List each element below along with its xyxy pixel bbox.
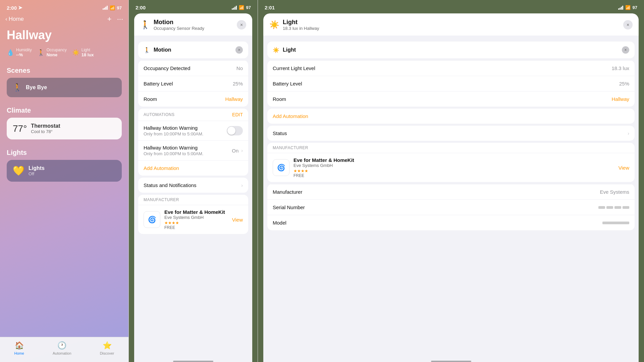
occupancy-detected-value: No xyxy=(236,65,243,71)
nav-discover[interactable]: ⭐ Discover xyxy=(100,341,114,355)
status-icons-home: 📶 97 xyxy=(103,5,122,10)
light-card-close[interactable]: × xyxy=(622,46,629,54)
automation-1: Hallway Motion Warning Only from 10:00PM… xyxy=(138,121,248,140)
signal-motion xyxy=(232,6,237,10)
humidity-value: --% xyxy=(16,52,32,57)
occupancy-detected-label: Occupancy Detected xyxy=(144,65,190,71)
toggle-thumb xyxy=(227,127,235,135)
back-button[interactable]: ‹ Home xyxy=(5,16,24,22)
automation-2: Hallway Motion Warning Only from 10:00PM… xyxy=(138,140,248,160)
light-room-label: Room xyxy=(273,96,286,102)
scroll-indicator-light xyxy=(431,361,471,362)
room-row: Room Hallway xyxy=(138,91,248,107)
motion-card-icon: 🚶 xyxy=(144,47,150,53)
light-status-card[interactable]: Status › xyxy=(267,126,635,141)
manufacturer-row: Manufacturer Eve Systems xyxy=(267,184,635,199)
wifi-icon-home: 📶 xyxy=(110,5,115,10)
manufacturer-free: FREE xyxy=(164,225,228,230)
thermostat-card[interactable]: 77° Thermostat Cool to 78° xyxy=(7,118,122,139)
model-label: Model xyxy=(273,220,286,226)
lights-card[interactable]: 💛 Lights Off xyxy=(7,160,122,182)
battery-home: 97 xyxy=(117,5,122,10)
climate-section-label: Climate xyxy=(0,104,128,118)
wifi-icon-light: 📶 xyxy=(625,5,631,10)
light-info-card: Current Light Level 18.3 lux Battery Lev… xyxy=(267,60,635,107)
model-row: Model xyxy=(267,215,635,230)
nav-discover-label: Discover xyxy=(100,351,114,355)
room-label: Room xyxy=(144,96,157,102)
panel-home: 2:00 ➤ 📶 97 ‹ Home + ··· Hallway 💧 xyxy=(0,0,128,362)
light-level-value: 18.3 lux xyxy=(611,65,629,71)
light-manufacturer-view-button[interactable]: View xyxy=(619,165,629,171)
light-manufacturer-name: Eve for Matter & HomeKit xyxy=(293,157,614,163)
automation-2-time: Only from 10:00PM to 5:00AM. xyxy=(144,151,232,156)
nav-icons: + ··· xyxy=(107,15,123,23)
automations-label: AUTOMATIONS xyxy=(144,112,174,117)
light-close-button[interactable]: × xyxy=(623,20,633,29)
motion-automations: AUTOMATIONS EDIT Hallway Motion Warning … xyxy=(138,109,248,176)
motion-sheet: 🚶 Motion Occupancy Sensor Ready × 🚶 Moti… xyxy=(134,13,252,362)
nav-automation-label: Automation xyxy=(53,351,71,355)
light-status-label: Status xyxy=(273,130,287,136)
battery-value: 25% xyxy=(233,81,243,86)
automation-1-toggle[interactable] xyxy=(227,126,243,135)
humidity-icon: 💧 xyxy=(7,49,14,56)
automation-2-name: Hallway Motion Warning xyxy=(144,145,232,150)
light-room-value: Hallway xyxy=(611,96,629,102)
motion-sheet-body: 🚶 Motion × Occupancy Detected No Battery… xyxy=(134,36,252,358)
chevron-left-icon: ‹ xyxy=(5,16,7,22)
motion-sheet-subtitle: Occupancy Sensor Ready xyxy=(154,26,204,31)
light-manufacturer-logo: 🌀 xyxy=(273,159,289,176)
home-icon: 🏠 xyxy=(15,341,24,350)
thermostat-temp: 77° xyxy=(13,123,27,134)
motion-close-button[interactable]: × xyxy=(237,20,246,29)
nav-home[interactable]: 🏠 Home xyxy=(14,341,24,355)
lights-section-label: Lights xyxy=(0,146,128,160)
scenes-section-label: Scenes xyxy=(0,64,128,78)
light-sheet-body: ☀️ Light × Current Light Level 18.3 lux … xyxy=(263,36,639,358)
sensor-humidity: 💧 Humidity --% xyxy=(7,48,32,57)
status-bar-light: 2:01 📶 97 xyxy=(258,0,644,13)
occupancy-value: None xyxy=(47,52,67,57)
sensor-occupancy: 🚶 Occupancy None xyxy=(37,48,67,57)
manufacturer-row-label: Manufacturer xyxy=(273,189,302,195)
nav-home-label: Home xyxy=(14,351,24,355)
motion-sheet-title: Motion xyxy=(154,19,204,26)
scene-bye-bye[interactable]: 🚶 Bye Bye xyxy=(7,78,122,97)
chevron-right-icon: › xyxy=(241,148,243,153)
motion-status-card[interactable]: Status and Notifications › xyxy=(138,178,248,193)
status-chevron: › xyxy=(241,183,243,188)
model-value xyxy=(602,222,629,224)
add-automation-link[interactable]: Add Automation xyxy=(138,160,248,176)
panel-motion: 2:00 📶 97 🚶 Motion Occupancy Sensor Read… xyxy=(129,0,258,362)
motion-header-icon: 🚶 xyxy=(140,20,150,29)
light-sheet-title: Light xyxy=(283,19,319,26)
status-bar-home: 2:00 ➤ 📶 97 xyxy=(0,0,128,13)
status-bar-motion: 2:00 📶 97 xyxy=(129,0,258,13)
light-add-automation-link[interactable]: Add Automation xyxy=(267,109,635,124)
motion-card-close[interactable]: × xyxy=(235,46,243,54)
light-extra-info: Manufacturer Eve Systems Serial Number M… xyxy=(267,184,635,230)
occupancy-row: Occupancy Detected No xyxy=(138,60,248,76)
battery-light: 97 xyxy=(633,5,637,10)
lights-status: Off xyxy=(29,171,45,176)
motion-sheet-header: 🚶 Motion Occupancy Sensor Ready × xyxy=(134,13,252,36)
light-battery-label: Battery Level xyxy=(273,81,302,86)
automation-1-name: Hallway Motion Warning xyxy=(144,125,227,131)
light-card-icon: ☀️ xyxy=(273,47,279,53)
scene-name: Bye Bye xyxy=(26,84,47,90)
bottom-spacer xyxy=(134,236,252,246)
humidity-label: Humidity xyxy=(16,48,32,52)
manufacturer-view-button[interactable]: View xyxy=(232,217,243,223)
light-bottom-spacer xyxy=(263,232,639,242)
add-icon[interactable]: + xyxy=(107,15,112,23)
more-icon[interactable]: ··· xyxy=(117,15,123,23)
light-header-icon: ☀️ xyxy=(269,20,279,29)
manufacturer-row-value: Eve Systems xyxy=(600,189,629,195)
light-manufacturer: MANUFACTURER 🌀 Eve for Matter & HomeKit … xyxy=(267,143,635,182)
light-sheet-header: ☀️ Light 18.3 lux in Hallway × xyxy=(263,13,639,36)
nav-automation[interactable]: 🕐 Automation xyxy=(53,341,71,355)
light-sheet: ☀️ Light 18.3 lux in Hallway × ☀️ Light … xyxy=(263,13,639,362)
automations-edit[interactable]: EDIT xyxy=(232,112,243,117)
time-home: 2:00 xyxy=(7,5,17,11)
